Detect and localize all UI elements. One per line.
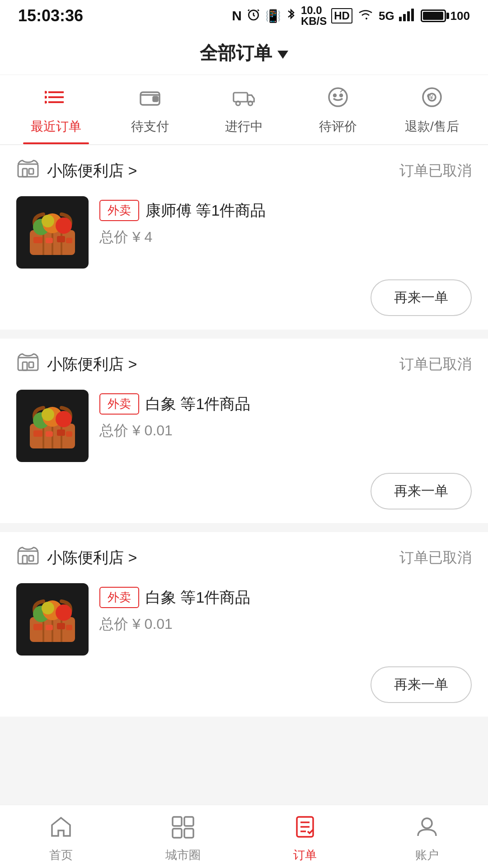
tab-recent[interactable]: 最近订单 (9, 75, 103, 144)
hd-icon: HD (331, 8, 352, 24)
svg-rect-36 (18, 358, 38, 370)
orders-container: 小陈便利店 > 订单已取消 (0, 145, 488, 717)
header-title[interactable]: 全部订单 (0, 41, 488, 66)
action-row-2: 再来一单 (16, 473, 472, 509)
item-image-3 (16, 583, 89, 656)
svg-rect-32 (33, 237, 42, 243)
chevron-down-icon (277, 51, 288, 59)
item-price-1: 总价 ¥ 4 (99, 227, 472, 247)
svg-rect-21 (18, 164, 38, 177)
status-icons: N 📳 10.0KB/S HD 5G (232, 5, 470, 27)
tab-pending-review[interactable]: 待评价 (291, 75, 385, 144)
svg-rect-69 (184, 829, 193, 838)
nav-account[interactable]: 账户 (366, 811, 488, 863)
svg-point-30 (56, 217, 72, 234)
order-tabs: 最近订单 待支付 进行中 (0, 75, 488, 145)
tab-pending-pay-label: 待支付 (131, 118, 169, 135)
order-card-3: 小陈便利店 > 订单已取消 (0, 532, 488, 717)
tab-in-progress[interactable]: 进行中 (197, 75, 291, 144)
header-title-text: 全部订单 (200, 41, 272, 66)
svg-rect-48 (46, 431, 53, 437)
nav-city[interactable]: 城市圈 (122, 811, 244, 863)
tab-refund-label: 退款/售后 (405, 118, 459, 135)
svg-rect-50 (66, 431, 72, 437)
store-name-3: 小陈便利店 > (47, 547, 137, 568)
store-icon-1 (16, 159, 40, 183)
order-status-2: 订单已取消 (399, 354, 472, 374)
bottom-nav: 首页 城市圈 订单 (0, 805, 488, 868)
item-name-2: 白象 等1件商品 (145, 394, 250, 415)
total-label-1: 总价 (99, 229, 128, 245)
svg-point-46 (42, 408, 54, 421)
svg-rect-13 (234, 93, 248, 102)
item-details-1: 外卖 康师傅 等1件商品 总价 ¥ 4 (99, 196, 472, 247)
tag-waimai-3: 外卖 (99, 587, 139, 608)
total-price-1: ¥ 4 (132, 229, 152, 245)
store-icon-2 (16, 352, 40, 376)
svg-rect-35 (66, 238, 72, 243)
total-label-3: 总价 (99, 616, 128, 632)
nav-orders[interactable]: 订单 (244, 811, 366, 863)
reorder-button-3[interactable]: 再来一单 (371, 666, 472, 703)
status-time: 15:03:36 (18, 6, 83, 25)
order-header-2: 小陈便利店 > 订单已取消 (16, 352, 472, 376)
svg-rect-4 (411, 9, 414, 21)
svg-rect-66 (173, 817, 182, 826)
nav-city-label: 城市圈 (165, 847, 201, 863)
wallet-icon (139, 86, 161, 113)
svg-text:¥: ¥ (429, 94, 433, 101)
store-info-2[interactable]: 小陈便利店 > (16, 352, 137, 376)
reorder-button-1[interactable]: 再来一单 (371, 279, 472, 316)
svg-rect-65 (66, 625, 72, 630)
tab-pending-pay[interactable]: 待支付 (103, 75, 197, 144)
list-icon (45, 86, 67, 113)
svg-point-31 (42, 215, 54, 227)
svg-point-17 (334, 94, 336, 97)
total-price-2: ¥ 0.01 (132, 422, 173, 439)
item-name-1: 康师傅 等1件商品 (145, 200, 266, 221)
orders-nav-icon (293, 815, 317, 844)
signal-bars-icon (399, 8, 414, 24)
action-row-1: 再来一单 (16, 279, 472, 316)
store-icon-3 (16, 546, 40, 570)
svg-rect-38 (29, 362, 33, 368)
reorder-button-2[interactable]: 再来一单 (371, 473, 472, 509)
svg-rect-49 (57, 429, 65, 436)
item-tags-3: 外卖 白象 等1件商品 (99, 587, 472, 608)
nav-home[interactable]: 首页 (0, 811, 122, 863)
tag-waimai-1: 外卖 (99, 200, 139, 221)
vibrate-icon: 📳 (265, 9, 281, 24)
svg-rect-62 (33, 624, 42, 630)
bluetooth-icon (286, 7, 296, 25)
svg-rect-33 (46, 238, 53, 243)
svg-rect-12 (153, 97, 158, 101)
delivery-icon (233, 86, 255, 113)
page-header: 全部订单 (0, 32, 488, 75)
svg-rect-47 (33, 430, 42, 437)
order-header-1: 小陈便利店 > 订单已取消 (16, 159, 472, 183)
item-image-2 (16, 390, 89, 462)
store-info-3[interactable]: 小陈便利店 > (16, 546, 137, 570)
home-icon (49, 815, 73, 844)
svg-rect-52 (23, 556, 27, 564)
city-icon (171, 815, 195, 844)
order-item-row-3: 外卖 白象 等1件商品 总价 ¥ 0.01 (16, 583, 472, 656)
svg-point-60 (56, 604, 72, 621)
tab-refund[interactable]: ¥ 退款/售后 (385, 75, 479, 144)
store-info-1[interactable]: 小陈便利店 > (16, 159, 137, 183)
svg-rect-68 (173, 829, 182, 838)
svg-rect-51 (18, 551, 38, 564)
total-price-3: ¥ 0.01 (132, 616, 173, 632)
svg-rect-53 (29, 556, 33, 561)
battery-icon (421, 9, 446, 22)
svg-point-14 (236, 101, 240, 105)
nav-home-label: 首页 (49, 847, 73, 863)
tag-waimai-2: 外卖 (99, 393, 139, 415)
svg-rect-3 (407, 11, 410, 21)
item-name-3: 白象 等1件商品 (145, 587, 250, 608)
item-image-1 (16, 196, 89, 269)
svg-rect-22 (23, 169, 27, 177)
review-icon (327, 86, 349, 113)
order-header-3: 小陈便利店 > 订单已取消 (16, 546, 472, 570)
tab-pending-review-label: 待评价 (319, 118, 357, 135)
